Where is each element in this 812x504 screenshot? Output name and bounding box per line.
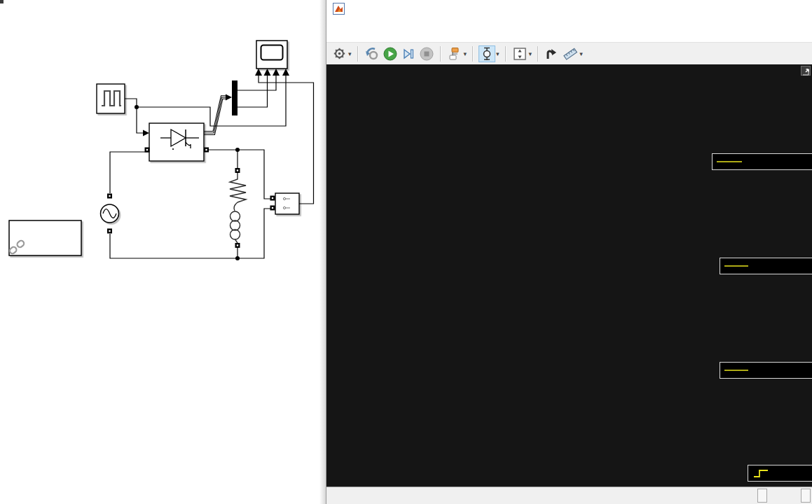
axes-scaling-dropdown-caret[interactable]: ▾ <box>529 50 532 57</box>
step-back-icon <box>365 47 379 61</box>
step-forward-button[interactable] <box>400 46 417 62</box>
legend-thyristor-current[interactable] <box>720 362 812 379</box>
toolbar-separator <box>537 46 539 62</box>
scope-block[interactable] <box>255 41 289 76</box>
trigger-icon <box>480 47 494 61</box>
toolbar-separator <box>440 46 441 62</box>
status-sample-mode <box>757 489 767 503</box>
status-sim-time <box>801 489 811 503</box>
settings-gear-button[interactable] <box>331 46 347 62</box>
rlc-connector <box>234 202 238 211</box>
legend-load-voltage[interactable] <box>712 153 812 170</box>
window-edge-shadow <box>319 0 326 504</box>
run-icon <box>383 47 397 61</box>
thyristor-m-vector-wire <box>203 96 226 135</box>
axes-scaling-button[interactable] <box>511 46 528 62</box>
demux-block[interactable] <box>232 80 238 115</box>
step-back-button[interactable] <box>364 46 380 62</box>
titlebar[interactable] <box>326 0 812 18</box>
statusbar <box>326 486 812 504</box>
stop-icon <box>420 47 434 61</box>
stepping-blocks-icon <box>448 47 462 61</box>
scope-window: ▾ <box>326 0 812 504</box>
series-rlc-branch-block[interactable] <box>230 173 246 243</box>
voltage-measurement-block[interactable] <box>275 193 299 214</box>
pulse-generator-block[interactable] <box>97 84 125 113</box>
simulink-model-canvas <box>0 0 319 504</box>
gear-icon <box>333 48 345 59</box>
toolbar: ▾ <box>326 42 812 64</box>
toolbar-separator <box>472 46 474 62</box>
scope-screen-icon <box>261 46 283 60</box>
ruler-icon <box>563 47 578 61</box>
axes-scaling-icon <box>513 47 527 61</box>
menubar <box>326 18 812 42</box>
powergui-block[interactable] <box>8 220 81 255</box>
legend-thyristor-voltage[interactable] <box>720 258 812 274</box>
settings-dropdown-caret[interactable]: ▾ <box>348 50 352 57</box>
trigger-dropdown-caret[interactable]: ▾ <box>496 50 500 57</box>
measurements-dropdown-caret[interactable]: ▾ <box>579 50 583 57</box>
scope-app-icon <box>333 3 345 15</box>
signal-highlight-button[interactable] <box>544 46 560 62</box>
scope-input-ports <box>255 69 289 76</box>
inductor-icon <box>230 211 240 243</box>
thyristor-block[interactable] <box>149 123 204 161</box>
toolbar-separator <box>357 46 359 62</box>
scope-plot-canvas <box>326 64 812 486</box>
resistor-icon <box>230 173 246 202</box>
step-forward-icon <box>401 47 415 61</box>
step-glyph-icon <box>752 468 771 479</box>
model-wires[interactable] <box>110 76 314 258</box>
run-button[interactable] <box>382 46 399 62</box>
measurements-button[interactable] <box>562 46 579 62</box>
signal-arrow-icon <box>545 47 559 61</box>
stepping-dropdown-caret[interactable]: ▾ <box>464 50 467 57</box>
stop-button[interactable] <box>418 46 435 62</box>
connection-ports <box>107 148 275 248</box>
legend-pulse[interactable] <box>748 465 812 482</box>
expand-plot-button[interactable] <box>801 66 811 76</box>
minimize-button[interactable] <box>708 1 722 15</box>
toolbar-separator <box>505 46 507 62</box>
canvas-corner-mark <box>0 0 4 4</box>
trigger-source-button[interactable] <box>479 46 495 62</box>
maximize-button[interactable] <box>749 1 763 15</box>
ac-voltage-source-block[interactable] <box>101 204 119 223</box>
simulation-stepping-button[interactable] <box>446 46 463 62</box>
close-button[interactable] <box>790 1 804 15</box>
